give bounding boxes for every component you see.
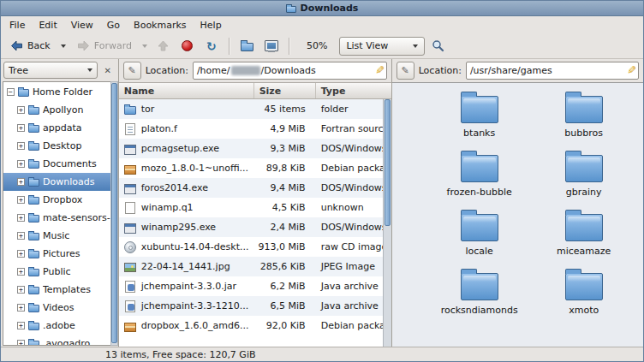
file-size: 285,6 KiB (254, 261, 316, 272)
file-list-scrollbar[interactable] (383, 99, 391, 347)
tree-item[interactable]: + Music (3, 227, 110, 245)
tree-item[interactable]: + Documents (3, 155, 110, 173)
tree-item[interactable]: + appdata (3, 119, 110, 137)
file-row[interactable]: tor 45 items folder (119, 99, 383, 119)
folder-item[interactable]: gbrainy (533, 149, 635, 198)
folder-item[interactable]: rocksndiamonds (428, 267, 531, 316)
tree-item[interactable]: + Public (3, 263, 110, 281)
menu-item[interactable]: Go (100, 16, 127, 33)
tree-item[interactable]: + .adobe (3, 317, 110, 335)
expander-icon[interactable]: + (17, 250, 25, 258)
folder-icon (28, 269, 39, 276)
expander-icon[interactable]: + (17, 160, 25, 168)
file-name: mozo_1.8.0-1~unoffi... (141, 163, 248, 174)
file-row[interactable]: dropbox_1.6.0_amd6... 92,0 KiB Debian pa… (119, 316, 383, 335)
folder-item[interactable]: miceamaze (533, 208, 635, 257)
tree-item[interactable]: + mate-sensors- (3, 209, 110, 227)
file-name-cell: tor (119, 102, 254, 117)
tree-item[interactable]: + Downloads (3, 173, 110, 191)
toolbar-separator (229, 38, 230, 55)
file-row[interactable]: platon.f 4,9 MiB Fortran source co (119, 119, 383, 139)
tree-item[interactable]: + Apollyon (3, 101, 110, 119)
folder-item[interactable]: bubbros (533, 90, 635, 139)
view-selector[interactable]: List View (339, 37, 425, 56)
file-name: dropbox_1.6.0_amd6... (141, 320, 249, 331)
back-history-dropdown[interactable] (58, 36, 69, 56)
expander-icon[interactable]: + (17, 322, 25, 329)
expander-icon[interactable]: + (17, 304, 25, 312)
search-button[interactable] (426, 36, 449, 56)
file-row[interactable]: 22-04-14_1441.jpg 285,6 KiB JPEG Image (119, 257, 383, 276)
back-button[interactable]: Back (4, 36, 57, 56)
folder-icon (461, 155, 498, 182)
titlebar[interactable]: Downloads (1, 1, 643, 16)
expander-icon[interactable]: + (17, 286, 25, 294)
menu-item[interactable]: View (64, 16, 100, 33)
file-row[interactable]: mozo_1.8.0-1~unoffi... 89,8 KiB Debian p… (119, 158, 383, 178)
tree-item[interactable]: + Videos (3, 299, 110, 317)
file-row[interactable]: winamp.q1 4,5 KiB unknown (119, 198, 383, 217)
column-header-type[interactable]: Type (316, 83, 391, 98)
file-name: winamp295.exe (141, 222, 216, 233)
location-edit-toggle-button[interactable]: ✎ (123, 62, 141, 80)
scrollbar-thumb[interactable] (385, 99, 391, 226)
computer-button[interactable] (260, 36, 283, 56)
column-header-size[interactable]: Size (254, 83, 316, 98)
location-input[interactable]: /home//Downloads ✎ (193, 62, 387, 80)
file-name-cell: winamp295.exe (119, 220, 254, 235)
statusbar: 13 items, Free space: 120,7 GiB (1, 347, 643, 361)
expander-icon[interactable]: + (17, 214, 25, 222)
close-sidebar-button[interactable]: ✕ (100, 62, 116, 78)
menu-item[interactable]: File (3, 16, 32, 33)
expander-icon[interactable]: + (17, 268, 25, 276)
file-row[interactable]: jchempaint-3.3-1210... 6,5 MiB Java arch… (119, 296, 383, 316)
sidebar-mode-selector[interactable]: Tree (3, 62, 98, 79)
tree-item[interactable]: + Pictures (3, 245, 110, 263)
folder-label: frozen-bubble (447, 187, 512, 198)
folder-item[interactable]: btanks (428, 90, 531, 139)
zoom-level[interactable]: 50% (296, 40, 337, 51)
scrollbar-thumb[interactable] (111, 83, 117, 343)
file-row[interactable]: pcmagsetup.exe 9,3 MiB DOS/Windows ex (119, 139, 383, 158)
main-area: Tree ✕ − Home Folder + Apollyo (1, 59, 643, 347)
expander-icon[interactable]: − (7, 88, 15, 96)
folder-icon (28, 179, 39, 187)
expander-icon[interactable]: + (17, 196, 25, 204)
reload-button[interactable]: ↻ (200, 36, 223, 56)
forward-history-dropdown[interactable] (140, 36, 151, 56)
menu-item[interactable]: Help (194, 16, 229, 33)
file-row[interactable]: winamp295.exe 2,4 MiB DOS/Windows ex (119, 217, 383, 237)
folder-item[interactable]: xmoto (533, 267, 635, 316)
folder-item[interactable]: frozen-bubble (428, 149, 531, 198)
location-input[interactable]: /usr/share/games ✎ (466, 62, 639, 80)
sidebar-scrollbar[interactable] (110, 81, 118, 346)
tree-item[interactable]: + Desktop (3, 137, 110, 155)
column-header-name[interactable]: Name (119, 83, 254, 98)
expander-icon[interactable]: + (17, 106, 25, 114)
expander-icon[interactable]: + (17, 340, 25, 346)
file-row[interactable]: jchempaint-3.3.0.jar 6,2 MiB Java archiv… (119, 276, 383, 296)
tree-item[interactable]: + .avogadro (3, 335, 110, 346)
tree-item-label: Public (43, 266, 110, 277)
expander-icon[interactable]: + (17, 142, 25, 150)
tree-item[interactable]: − Home Folder (3, 83, 110, 101)
folder-item[interactable]: locale (428, 208, 531, 257)
close-icon: ✕ (104, 66, 110, 75)
stop-button[interactable] (176, 36, 199, 56)
expander-icon[interactable]: + (17, 178, 25, 186)
expander-icon[interactable]: + (17, 124, 25, 132)
tree-item[interactable]: + Templates (3, 281, 110, 299)
folder-icon (18, 89, 29, 97)
menu-item[interactable]: Bookmarks (127, 16, 193, 33)
chevron-down-icon (142, 45, 147, 48)
expander-icon[interactable]: + (17, 232, 25, 240)
tree-item[interactable]: + Dropbox (3, 191, 110, 209)
home-button[interactable] (236, 36, 259, 56)
file-row[interactable]: foros2014.exe 9,4 MiB DOS/Windows ex (119, 178, 383, 198)
menu-item[interactable]: Edit (32, 16, 63, 33)
location-edit-toggle-button[interactable]: ✎ (397, 62, 414, 80)
file-type: Java archive (316, 281, 383, 292)
file-row[interactable]: xubuntu-14.04-deskt... 913,0 MiB raw CD … (119, 237, 383, 257)
up-button[interactable] (152, 36, 175, 56)
forward-button[interactable]: Forward (71, 36, 138, 56)
